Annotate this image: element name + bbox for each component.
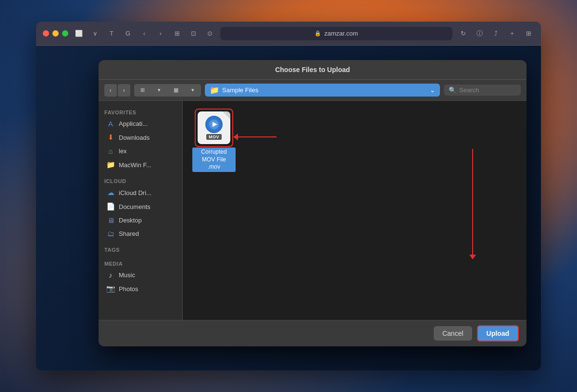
sidebar-item-icloud-drive[interactable]: ☁ iCloud Dri... <box>100 186 180 199</box>
vertical-arrow <box>469 149 476 259</box>
list-view-button[interactable]: ▦ <box>168 84 184 97</box>
horizontal-arrow <box>233 134 276 140</box>
applications-icon: A <box>106 120 115 128</box>
search-placeholder: Search <box>459 86 479 94</box>
dialog-toolbar: ‹ › ⊞ ▾ ▦ ▾ 📁 Sample Files ⌄ 🔍 Search <box>99 80 527 101</box>
downloads-icon: ⬇ <box>106 133 115 142</box>
file-icon-inner <box>205 116 223 133</box>
close-button[interactable] <box>43 30 49 37</box>
file-icon-corner <box>223 111 230 119</box>
url-text: zamzar.com <box>324 30 358 37</box>
sidebar-item-music[interactable]: ♪ Music <box>100 269 180 282</box>
arrow-line-v <box>472 149 473 255</box>
bookmark-icon[interactable]: ⊡ <box>188 28 199 39</box>
icon-view-dropdown[interactable]: ▾ <box>151 84 167 97</box>
dialog-footer: Cancel Upload <box>99 320 527 346</box>
icloud-label: iCloud <box>99 175 182 185</box>
folder-chevron-icon: ⌄ <box>430 86 435 94</box>
shared-label: Shared <box>119 230 139 237</box>
file-name-label: Corrupted MOV File .mov <box>192 147 236 172</box>
music-label: Music <box>119 271 135 279</box>
photos-label: Photos <box>119 285 138 293</box>
sidebar-item-shared[interactable]: 🗂 Shared <box>100 227 180 240</box>
documents-label: Documents <box>119 203 151 210</box>
back-icon[interactable]: ‹ <box>138 28 150 39</box>
shared-icon: 🗂 <box>106 230 115 238</box>
media-label: Media <box>99 258 182 268</box>
traffic-lights <box>43 30 68 37</box>
sidebar-item-desktop[interactable]: 🖥 Desktop <box>100 214 180 227</box>
arrow-head-left <box>233 134 238 140</box>
dialog-titlebar: Choose Files to Upload <box>99 60 527 80</box>
maximize-button[interactable] <box>62 30 68 37</box>
address-bar[interactable]: 🔒 zamzar.com <box>220 27 452 40</box>
desktop-label: Desktop <box>119 217 142 224</box>
file-item-mov[interactable]: MOV Corrupted MOV File .mov <box>192 110 236 172</box>
back-nav-button[interactable]: ‹ <box>104 84 117 97</box>
info-icon[interactable]: ⓘ <box>474 28 485 39</box>
favorites-label: Favorites <box>99 107 182 117</box>
applications-label: Applicati... <box>119 120 148 127</box>
search-icon: 🔍 <box>449 86 456 94</box>
arrow-line-h <box>238 136 276 137</box>
minimize-button[interactable] <box>52 30 59 37</box>
lex-icon: ⌂ <box>106 147 115 155</box>
file-icon: MOV <box>197 110 231 145</box>
grammarly-icon[interactable]: G <box>122 28 134 39</box>
forward-icon[interactable]: › <box>155 28 166 39</box>
macwin-label: MacWin F... <box>119 161 151 169</box>
sidebar-item-macwin[interactable]: 📁 MacWin F... <box>100 158 180 172</box>
folder-icon: 📁 <box>210 86 219 95</box>
sidebar-item-documents[interactable]: 📄 Documents <box>100 200 180 213</box>
documents-icon: 📄 <box>106 202 115 211</box>
grid-icon[interactable]: ⊞ <box>171 28 183 39</box>
sidebar-item-applications[interactable]: A Applicati... <box>100 117 180 130</box>
icon-view-button[interactable]: ⊞ <box>134 84 151 97</box>
upload-button[interactable]: Upload <box>477 325 519 342</box>
search-box[interactable]: 🔍 Search <box>444 85 521 96</box>
sidebar-toggle-icon[interactable]: ⬜ <box>73 28 85 39</box>
macwin-icon: 📁 <box>106 160 115 169</box>
sidebar-item-lex[interactable]: ⌂ lex <box>100 145 180 158</box>
icloud-icon: ☁ <box>106 188 115 197</box>
file-ext-label: MOV <box>206 134 222 140</box>
icloud-drive-label: iCloud Dri... <box>119 189 151 196</box>
share-icon[interactable]: ⊙ <box>204 28 215 39</box>
text-icon[interactable]: T <box>106 28 117 39</box>
chevron-down-icon[interactable]: ∨ <box>89 28 101 39</box>
lock-icon: 🔒 <box>314 30 321 37</box>
music-icon: ♪ <box>106 271 115 279</box>
sidebar: Favorites A Applicati... ⬇ Downloads ⌂ l… <box>99 101 183 320</box>
forward-nav-button[interactable]: › <box>118 84 130 97</box>
sidebar-item-downloads[interactable]: ⬇ Downloads <box>100 131 180 144</box>
photos-icon: 📷 <box>106 284 115 293</box>
tags-label: Tags <box>99 244 182 254</box>
play-icon <box>208 119 220 130</box>
folder-selector[interactable]: 📁 Sample Files ⌄ <box>205 84 440 97</box>
dialog-body: Favorites A Applicati... ⬇ Downloads ⌂ l… <box>99 101 527 320</box>
dialog-title: Choose Files to Upload <box>275 66 350 74</box>
main-area: MOV Corrupted MOV File .mov <box>183 101 527 320</box>
share2-icon[interactable]: ⤴ <box>490 28 502 39</box>
view-toggle-group: ⊞ ▾ ▦ ▾ <box>134 84 201 97</box>
arrow-head-down <box>469 255 476 259</box>
sidebar-item-photos[interactable]: 📷 Photos <box>100 282 180 295</box>
folder-name: Sample Files <box>222 86 258 94</box>
desktop-icon: 🖥 <box>106 216 115 224</box>
downloads-label: Downloads <box>119 134 150 141</box>
add-tab-icon[interactable]: + <box>506 28 518 39</box>
reload-icon[interactable]: ↻ <box>457 28 469 39</box>
file-icon-bg: MOV <box>198 111 230 144</box>
menu-icon[interactable]: ⊞ <box>523 28 534 39</box>
list-view-dropdown[interactable]: ▾ <box>185 84 201 97</box>
browser-toolbar: ⬜ ∨ T G ‹ › ⊞ ⊡ ⊙ 🔒 zamzar.com ↻ ⓘ ⤴ + ⊞ <box>36 22 541 46</box>
file-dialog: Choose Files to Upload ‹ › ⊞ ▾ ▦ ▾ 📁 Sam… <box>99 60 527 346</box>
browser-window: ⬜ ∨ T G ‹ › ⊞ ⊡ ⊙ 🔒 zamzar.com ↻ ⓘ ⤴ + ⊞… <box>36 22 541 370</box>
lex-label: lex <box>119 147 127 155</box>
cancel-button[interactable]: Cancel <box>434 326 472 341</box>
